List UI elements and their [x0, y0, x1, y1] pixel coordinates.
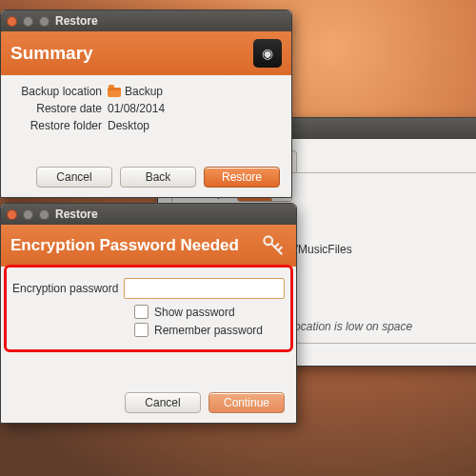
remember-password-checkbox[interactable]: Remember password [134, 323, 285, 337]
backup-location-value: Backup [108, 85, 280, 98]
encryption-password-label: Encryption password [12, 282, 118, 295]
encryption-password-input[interactable] [124, 278, 285, 299]
checkbox-icon [134, 305, 149, 319]
restore-summary-window: Restore Summary ◉ Backup location Backup… [0, 10, 292, 198]
remember-password-label: Remember password [154, 324, 263, 337]
cancel-button[interactable]: Cancel [125, 392, 201, 413]
minimize-icon[interactable] [23, 16, 33, 27]
restore-folder-label: Restore folder [12, 119, 108, 132]
wizard-header: Encryption Password Needed [1, 225, 296, 267]
page-title: Encryption Password Needed [10, 236, 239, 255]
keys-icon [260, 232, 287, 259]
window-title: Restore [55, 14, 98, 28]
restore-button[interactable]: Restore [204, 167, 280, 188]
restore-date-value: 01/08/2014 [108, 102, 280, 115]
titlebar[interactable]: Restore [1, 204, 296, 225]
show-password-checkbox[interactable]: Show password [134, 305, 285, 319]
restore-folder-value: Desktop [108, 119, 280, 132]
minimize-icon[interactable] [23, 209, 33, 220]
close-icon[interactable] [7, 16, 17, 27]
show-password-label: Show password [154, 306, 235, 319]
page-title: Summary [10, 43, 93, 64]
maximize-icon[interactable] [39, 16, 50, 27]
continue-button[interactable]: Continue [208, 392, 285, 413]
back-button[interactable]: Back [120, 167, 196, 188]
folder-icon [108, 88, 121, 97]
backup-location-label: Backup location [12, 85, 108, 98]
checkbox-icon [134, 323, 149, 337]
close-icon[interactable] [7, 209, 17, 220]
titlebar[interactable]: Restore [1, 10, 291, 31]
window-title: Restore [55, 208, 98, 221]
encryption-password-window: Restore Encryption Password Needed Encry… [0, 203, 297, 424]
deja-dup-icon: ◉ [253, 39, 282, 68]
restore-date-label: Restore date [12, 102, 108, 115]
wizard-header: Summary ◉ [1, 31, 291, 75]
maximize-icon[interactable] [39, 209, 50, 220]
cancel-button[interactable]: Cancel [36, 167, 112, 188]
